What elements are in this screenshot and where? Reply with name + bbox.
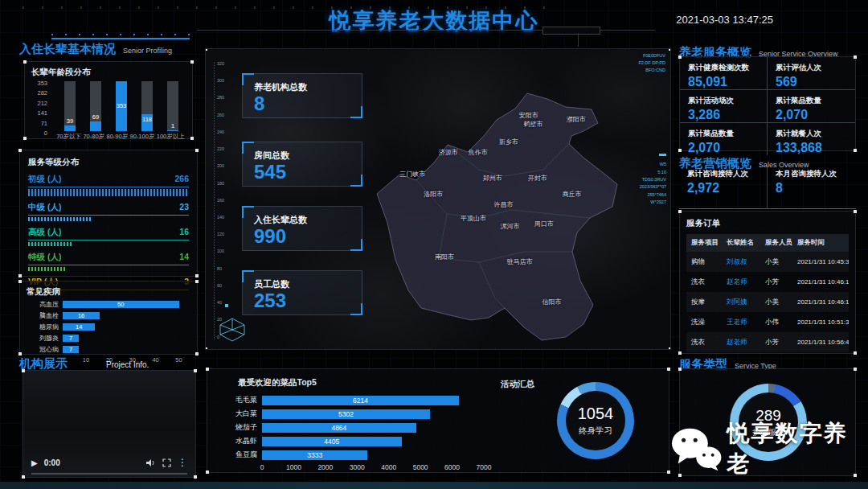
bar-label: 高血压	[27, 300, 63, 309]
stat-label: 累计菜品数量	[776, 96, 855, 106]
henan-map-panel[interactable]: 3203002802602402202001801601401201008060…	[205, 48, 671, 350]
level-value: 16	[179, 227, 189, 238]
corner-handle	[678, 149, 682, 152]
stat-label: 累计就餐人次	[776, 129, 855, 139]
corner-handle	[22, 475, 25, 479]
chart-title: 长辈年龄段分布	[31, 67, 186, 78]
city-label: 驻马店市	[507, 257, 533, 265]
stat-value: 8	[243, 93, 362, 113]
level-value: 266	[174, 174, 189, 185]
bar-row: 脑血栓16	[27, 311, 190, 320]
stat-label: 本月咨询接待人次	[776, 169, 856, 179]
x-axis-tick: 5000	[413, 463, 428, 471]
level-label: 高级 (人)	[28, 227, 61, 238]
age-bar-chart: 07114121228235339693531181	[31, 81, 186, 131]
corner-handle	[18, 274, 22, 277]
bar-value: 3333	[307, 450, 322, 460]
stat-value: 253	[243, 290, 362, 310]
bar-track: 7	[63, 335, 190, 342]
table-cell: 2021/1/31 10:56:43	[792, 339, 849, 346]
bar-track: 5302	[262, 409, 484, 419]
section-underline-decoration	[51, 38, 190, 39]
corner-handle	[23, 137, 27, 140]
overview-stat: 累计活动场次3,286	[680, 90, 768, 123]
video-menu-icon[interactable]: ⋮	[178, 457, 187, 468]
corner-handle	[194, 475, 197, 479]
section-title: 入住长辈基本情况	[19, 42, 116, 55]
corner-handle	[854, 210, 857, 213]
level-dash-bar	[28, 189, 189, 196]
city-label: 三门峡市	[399, 170, 425, 179]
x-axis-label: 90-100岁	[130, 133, 155, 141]
sales-stat: 本月咨询接待人次8	[768, 167, 856, 209]
bar-label: 烧茄子	[219, 422, 262, 433]
chart-title: 常见疾病	[27, 286, 190, 298]
overview-stat: 累计菜品数量2,070	[768, 90, 855, 123]
map-cursor-dot	[225, 304, 228, 307]
row-head: 高级 (人)16	[28, 227, 189, 238]
level-line	[28, 240, 189, 240]
age-chart-categories: 70岁以下70-80岁80-90岁90-100岁100岁以上	[55, 133, 186, 141]
hud-dash	[659, 154, 666, 156]
ruler-tick: 280	[217, 96, 224, 101]
bar-track: 16	[63, 312, 190, 319]
x-axis-tick: 6000	[444, 463, 460, 471]
orders-table: 服务项目长辈姓名服务人员服务时间购物刘叔叔小美2021/1/31 10:45:3…	[686, 234, 849, 352]
map-3d-cube-icon[interactable]	[217, 317, 248, 343]
stat-label: 累计评估人次	[776, 63, 855, 73]
corner-handle	[678, 351, 682, 355]
bar-label: 水晶虾	[219, 436, 262, 446]
chart-title: 活动汇总	[501, 379, 534, 390]
bar-group: 1	[165, 81, 181, 131]
table-row: 洗衣赵老师小芳2021/1/31 10:46:11	[686, 272, 849, 292]
clock: 2021-03-03 13:47:25	[676, 14, 773, 26]
corner-handle	[854, 368, 857, 371]
ruler-tick: 180	[217, 182, 224, 187]
bottom-strip-decoration	[0, 482, 868, 489]
bar-track: 7	[63, 346, 190, 353]
fullscreen-icon[interactable]	[162, 458, 171, 467]
hud-text: F2:DF DP:PD	[638, 60, 665, 67]
volume-icon[interactable]	[145, 458, 156, 467]
corner-handle	[854, 55, 857, 59]
food-x-axis: 01000200030004000500060007000	[262, 463, 484, 471]
map-hud-right: W55:10TDS0:3RUV2023/063**07255°7464W°292…	[640, 154, 666, 206]
bar-row: 大白菜5302	[219, 409, 484, 419]
age-distribution-panel: 长辈年龄段分布 07114121228235339693531181 70岁以下…	[24, 61, 193, 139]
video-progress-bar[interactable]	[31, 473, 187, 475]
bar-label: 脑血栓	[27, 311, 63, 320]
x-axis-tick: 4000	[381, 463, 396, 471]
stat-value: 2,972	[687, 181, 767, 195]
corner-handle	[18, 352, 22, 355]
corner-handle	[206, 368, 209, 371]
watermark-text: 悦享数字养老	[727, 418, 868, 479]
table-row: 洗衣赵老师小芳2021/1/31 10:56:43	[686, 332, 849, 352]
ruler-tick: 40	[217, 301, 224, 306]
video-player[interactable]: ▶ 0:00 ⋮	[23, 370, 196, 478]
level-label: 中级 (人)	[28, 202, 61, 213]
city-label: 平顶山市	[461, 213, 486, 222]
row-head: 中级 (人)23	[28, 202, 189, 213]
section-dots-decoration	[51, 34, 190, 35]
table-cell: 洗衣	[686, 338, 722, 347]
x-axis-label: 100岁以上	[157, 133, 185, 141]
play-button[interactable]: ▶	[31, 458, 38, 467]
overview-stat: 累计评估人次569	[768, 57, 855, 90]
stat-value: 990	[243, 226, 362, 246]
bar-label: 毛毛菜	[219, 395, 262, 405]
map-stat-card: 养老机构总数8	[242, 73, 362, 118]
bar-track: 14	[63, 323, 190, 331]
bar-group: 118	[139, 81, 155, 131]
city-label: 新乡市	[499, 138, 518, 146]
level-line	[28, 215, 189, 216]
city-label: 洛阳市	[424, 190, 443, 199]
hud-text: 255°7464	[640, 191, 666, 199]
bar-track: 4405	[262, 437, 484, 446]
bar-value: 4405	[324, 437, 339, 446]
table-header-row: 服务项目长辈姓名服务人员服务时间	[686, 234, 849, 252]
city-label: 许昌市	[493, 199, 513, 208]
city-label: 开封市	[528, 174, 547, 183]
hud-text: W5	[640, 161, 666, 168]
city-label: 周口市	[534, 219, 554, 228]
header-decoration-line	[578, 33, 579, 47]
